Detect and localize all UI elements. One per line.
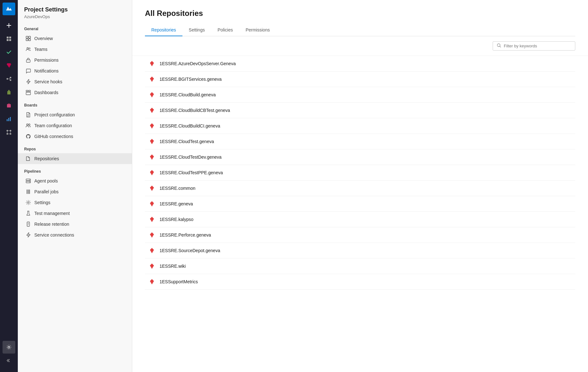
sidebar-item-service-hooks[interactable]: Service hooks — [18, 76, 132, 87]
svg-rect-34 — [29, 189, 30, 194]
sidebar-item-dashboards[interactable]: Dashboards — [18, 87, 132, 98]
svg-point-14 — [10, 133, 11, 135]
sidebar-item-notifications[interactable]: Notifications — [18, 65, 132, 76]
server-icon — [25, 178, 31, 184]
sidebar-item-overview[interactable]: Overview — [18, 33, 132, 44]
sidebar-item-team-configuration[interactable]: Team configuration — [18, 120, 132, 131]
sidebar-item-label: Teams — [34, 47, 47, 52]
icon-bar-bottom — [0, 341, 18, 369]
repo-list-item[interactable]: 1ESSRE.kalypso — [145, 212, 575, 227]
repo-list-item[interactable]: 1ESSRE.CloudTest.geneva — [145, 134, 575, 149]
sidebar-item-label: Service hooks — [34, 79, 62, 84]
repo-name: 1ESSRE.geneva — [160, 201, 193, 206]
svg-rect-23 — [26, 90, 28, 92]
repos-nav-icon[interactable] — [3, 59, 15, 72]
svg-point-12 — [10, 130, 11, 132]
testplans-nav-icon[interactable] — [3, 86, 15, 99]
repo-icon — [25, 156, 31, 162]
home-icon[interactable] — [3, 32, 15, 45]
svg-rect-33 — [28, 189, 29, 194]
section-boards: Boards — [18, 98, 132, 109]
repo-diamond-icon — [149, 169, 155, 176]
pipelines-nav-icon[interactable] — [3, 72, 15, 85]
sidebar-item-label: Overview — [34, 36, 53, 41]
repo-list-item[interactable]: 1ESSRE.SourceDepot.geneva — [145, 243, 575, 258]
tab-settings[interactable]: Settings — [182, 24, 211, 36]
repo-list-item[interactable]: 1ESSRE.CloudBuildCI.geneva — [145, 118, 575, 134]
tab-repositories[interactable]: Repositories — [145, 24, 182, 36]
svg-point-31 — [30, 182, 30, 183]
repo-name: 1ESSRE.CloudBuild.geneva — [160, 92, 216, 97]
add-button[interactable] — [3, 19, 15, 32]
sidebar-item-release-retention[interactable]: Release retention — [18, 219, 132, 230]
repo-diamond-icon — [149, 232, 155, 238]
sidebar-item-label: Test management — [34, 211, 70, 216]
section-pipelines: Pipelines — [18, 164, 132, 176]
tab-policies[interactable]: Policies — [211, 24, 239, 36]
svg-point-15 — [8, 346, 10, 348]
collapse-nav-icon[interactable] — [3, 354, 15, 367]
svg-rect-8 — [7, 119, 8, 121]
main-title: All Repositories — [145, 9, 575, 18]
repo-name: 1ESSRE.common — [160, 186, 195, 191]
repo-list-item[interactable]: 1ESSRE.CloudTestDev.geneva — [145, 149, 575, 165]
app-logo[interactable] — [3, 3, 15, 15]
repo-diamond-icon — [149, 123, 155, 129]
sidebar-item-test-management[interactable]: Test management — [18, 208, 132, 219]
sidebar-item-parallel-jobs[interactable]: Parallel jobs — [18, 186, 132, 197]
sidebar-item-permissions[interactable]: Permissions — [18, 55, 132, 65]
repo-diamond-icon — [149, 216, 155, 223]
repo-list-item[interactable]: 1ESSRE.common — [145, 181, 575, 196]
settings-nav-icon[interactable] — [3, 341, 15, 354]
lock-icon — [25, 57, 31, 63]
grid-icon — [25, 36, 31, 41]
repo-name: 1ESSRE.Perforce.geneva — [160, 232, 211, 238]
repo-list-item[interactable]: 1ESSRE.CloudBuild.geneva — [145, 87, 575, 103]
sidebar-item-teams[interactable]: Teams — [18, 44, 132, 55]
repo-diamond-icon — [149, 263, 155, 269]
integrations-nav-icon[interactable] — [3, 126, 15, 139]
tab-permissions[interactable]: Permissions — [239, 24, 276, 36]
svg-rect-22 — [26, 60, 30, 62]
github-icon — [25, 134, 31, 139]
repo-list-item[interactable]: 1ESSRE.wiki — [145, 258, 575, 274]
repo-list-item[interactable]: 1ESSupportMetrics — [145, 274, 575, 290]
analytics-nav-icon[interactable] — [3, 113, 15, 125]
sidebar-item-service-connections[interactable]: Service connections — [18, 230, 132, 240]
repo-name: 1ESSRE.AzureDevOpsServer.Geneva — [160, 61, 236, 66]
repo-list-item[interactable]: 1ESSRE.geneva — [145, 196, 575, 212]
filter-bar — [132, 36, 588, 56]
icon-bar-top — [0, 18, 18, 340]
repo-name: 1ESSRE.CloudTestDev.geneva — [160, 155, 222, 160]
repo-list-item[interactable]: 1ESSRE.AzureDevOpsServer.Geneva — [145, 56, 575, 72]
filter-input[interactable] — [504, 44, 571, 48]
boards-nav-icon[interactable] — [3, 46, 15, 59]
artifacts-nav-icon[interactable] — [3, 99, 15, 112]
repo-name: 1ESSRE.kalypso — [160, 217, 194, 222]
sidebar-item-github-connections[interactable]: GitHub connections — [18, 131, 132, 142]
svg-point-30 — [30, 180, 30, 180]
retention-icon — [25, 221, 31, 227]
sidebar-item-label: Notifications — [34, 68, 58, 73]
svg-rect-9 — [8, 118, 9, 121]
sidebar-item-settings[interactable]: Settings — [18, 197, 132, 208]
filter-input-wrap[interactable] — [493, 41, 575, 51]
repo-diamond-icon — [149, 185, 155, 191]
svg-rect-1 — [9, 37, 11, 38]
main-content: All Repositories Repositories Settings P… — [132, 0, 588, 372]
repo-list-item[interactable]: 1ESSRE.Perforce.geneva — [145, 227, 575, 243]
parallel-icon — [25, 189, 31, 195]
sidebar-item-agent-pools[interactable]: Agent pools — [18, 176, 132, 186]
sidebar-item-label: Repositories — [34, 156, 59, 161]
repo-name: 1ESSupportMetrics — [160, 279, 198, 284]
svg-point-27 — [29, 124, 30, 126]
sidebar-item-project-configuration[interactable]: Project configuration — [18, 109, 132, 120]
repo-list-item[interactable]: 1ESSRE.CloudBuildCBTest.geneva — [145, 103, 575, 118]
sidebar-item-label: Dashboards — [34, 90, 58, 95]
svg-rect-2 — [7, 39, 9, 41]
repo-list-item[interactable]: 1ESSRE.BGITServices.geneva — [145, 72, 575, 87]
tab-bar: Repositories Settings Policies Permissio… — [145, 24, 575, 36]
sidebar-item-label: GitHub connections — [34, 134, 73, 139]
repo-list-item[interactable]: 1ESSRE.CloudTestPPE.geneva — [145, 165, 575, 181]
sidebar-item-repositories[interactable]: Repositories — [18, 153, 132, 164]
